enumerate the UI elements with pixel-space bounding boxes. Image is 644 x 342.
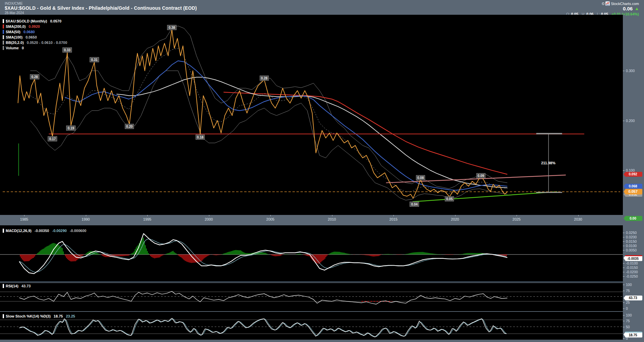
legend-swatch — [3, 229, 4, 233]
pivot-label: 0.05 — [445, 196, 454, 201]
legend-row-4: BB(20,2.0)0.0520 - 0.0610 - 0.0700 — [3, 41, 67, 45]
year-tick — [578, 215, 579, 216]
volume-spike-bar — [18, 144, 19, 176]
last-price-row: 0.06 ▲ — [623, 6, 639, 11]
axis-tick-label: 0.0050 — [626, 248, 637, 252]
year-label: 2030 — [574, 217, 582, 221]
year-label: 1990 — [82, 217, 90, 221]
year-label: 2010 — [328, 217, 336, 221]
price-chart-panel[interactable] — [0, 15, 623, 215]
axis-tick-label: -0.0250 — [626, 274, 638, 278]
year-tick — [517, 215, 517, 216]
macd-panel[interactable] — [0, 225, 623, 282]
year-label: 2015 — [389, 217, 397, 221]
axis-tick — [623, 233, 625, 233]
legend-value: 23.25 — [66, 314, 75, 318]
axis-tick — [623, 291, 625, 291]
legend-row-1: SMA(200,0)0.0920 — [3, 24, 40, 28]
axis-tick — [623, 338, 625, 339]
axis-tick-label: 100 — [626, 313, 632, 317]
axis-tick — [623, 308, 625, 309]
legend-swatch — [3, 41, 4, 45]
axis-tick — [623, 321, 625, 321]
legend-swatch — [3, 30, 4, 34]
legend-row-2: SMA(50)0.0680 — [3, 30, 35, 34]
axis-tick — [623, 315, 625, 316]
stoch-legend: Slow Stoch %K(14) %D(3)18.7523.25 — [3, 314, 75, 318]
axis-tick-label: 0.0200 — [626, 235, 637, 239]
year-tick — [270, 215, 271, 216]
sma200-line — [224, 92, 507, 174]
pivot-label: 0.17 — [48, 136, 57, 141]
legend-label: $XAU:$GOLD (Monthly) — [6, 19, 47, 23]
pivot-label: 0.09 — [476, 173, 485, 178]
stockcharts-chart-page: INDX/CME $XAU:$GOLD - Gold & Silver Inde… — [0, 0, 644, 342]
price-badge-0.057: 0.057 — [624, 189, 642, 194]
green-support-trendline — [413, 192, 557, 202]
pivot-label: 0.31 — [90, 57, 99, 62]
measure-bottom-cap — [536, 192, 562, 193]
year-tick — [455, 215, 455, 216]
year-label: 2020 — [451, 217, 459, 221]
pivot-label: 0.33 — [63, 47, 72, 52]
pivot-label: 0.20 — [125, 124, 134, 129]
legend-value: 18.75 — [54, 314, 63, 318]
legend-value: -0.00350 — [35, 229, 49, 233]
page-title: $XAU:$GOLD - Gold & Silver Index - Phila… — [5, 5, 197, 11]
year-tick — [393, 215, 394, 216]
price-badge-0.068: 0.068 — [624, 184, 642, 189]
chart-date: 28-Mar-2024 — [5, 11, 24, 15]
axis-tick — [623, 246, 625, 246]
axis-tick-label: 50 — [626, 325, 630, 329]
axis-tick-label: 0.0250 — [626, 231, 637, 235]
pivot-label: 0.19 — [66, 125, 75, 130]
axis-tick — [623, 71, 625, 71]
axis-tick — [623, 170, 625, 171]
legend-swatch — [3, 284, 4, 288]
stoch-k-line — [19, 318, 506, 337]
axis-tick-label: -0.0100 — [626, 261, 638, 265]
legend-label: RSI(14) — [6, 284, 18, 288]
legend-value: 0 — [22, 46, 24, 50]
pivot-label: 0.04 — [410, 202, 419, 207]
price-badge-43.73: 43.73 — [624, 295, 642, 300]
legend-label: Slow Stoch %K(14) %D(3) — [6, 314, 51, 318]
legend-label: BB(20,2.0) — [6, 41, 24, 45]
pivot-label: 0.28 — [30, 74, 39, 79]
rsi-line — [19, 291, 507, 304]
price-badge-18.75: 18.75 — [624, 332, 642, 338]
last-price: 0.06 — [623, 6, 633, 11]
copyright-symbol: © — [602, 2, 604, 6]
bb-middle-band — [30, 48, 507, 193]
legend-value: 0.0520 - 0.0610 - 0.0700 — [27, 41, 67, 45]
legend-label: MACD(12,26,9) — [6, 229, 32, 233]
axis-tick-label: 0.200 — [626, 119, 635, 123]
price-badge-0.00: 0.00 — [624, 216, 642, 221]
legend-value: -0.000600 — [70, 229, 87, 233]
legend-value: 0.0650 — [25, 35, 37, 39]
stockcharts-logo-icon — [605, 1, 610, 6]
stoch-panel[interactable] — [0, 312, 623, 340]
rsi-legend: RSI(14)43.73 — [3, 284, 31, 288]
brand[interactable]: © StockCharts.com — [602, 1, 639, 6]
legend-row-3: SMA(100)0.0650 — [3, 35, 37, 39]
axis-tick-label: 75 — [626, 289, 630, 293]
legend-swatch — [3, 24, 4, 28]
legend-label: Volume — [6, 46, 19, 50]
year-label: 1995 — [143, 217, 151, 221]
axis-tick — [623, 302, 625, 303]
rsi-panel[interactable] — [0, 283, 623, 311]
pivot-label: 0.38 — [167, 25, 176, 30]
year-tick — [24, 215, 24, 216]
price-line — [18, 30, 507, 198]
legend-swatch — [3, 46, 4, 50]
measure-percent-label: 211.98% — [541, 161, 555, 165]
axis-tick-label: -0.0150 — [626, 266, 638, 270]
axis-tick-label: 0 — [626, 306, 628, 310]
legend-swatch — [3, 19, 4, 23]
pivot-label: 0.28 — [260, 76, 269, 81]
axis-tick — [623, 250, 625, 250]
macd-signal-line — [19, 239, 506, 272]
axis-tick-label: 100 — [626, 283, 632, 287]
year-tick — [209, 215, 209, 216]
